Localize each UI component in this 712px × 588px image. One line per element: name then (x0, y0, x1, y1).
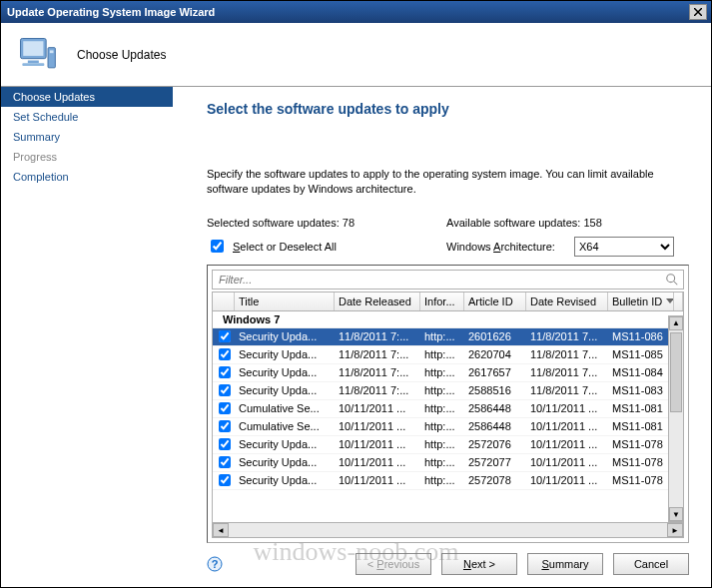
cell-revised: 10/11/2011 ... (526, 420, 608, 432)
cell-bulletin: MS11-083 (608, 384, 674, 396)
help-icon[interactable]: ? (207, 556, 223, 572)
options-row: Select or Deselect All Windows Architect… (207, 237, 689, 257)
filter-input[interactable] (217, 273, 665, 287)
table-row[interactable]: Cumulative Se...10/11/2011 ...http:...25… (213, 400, 683, 418)
cell-date: 10/11/2011 ... (335, 420, 420, 432)
column-checkbox[interactable] (213, 293, 235, 310)
sidebar-step-completion[interactable]: Completion (1, 167, 173, 187)
summary-button[interactable]: Summary (527, 553, 603, 575)
table-row[interactable]: Security Upda...11/8/2011 7:...http:...2… (213, 346, 683, 364)
sidebar-step-choose-updates[interactable]: Choose Updates (1, 87, 173, 107)
cell-title: Security Upda... (235, 456, 335, 468)
scroll-down-icon[interactable]: ▼ (669, 507, 683, 521)
wizard-body: Choose UpdatesSet ScheduleSummaryProgres… (1, 87, 711, 585)
close-icon (694, 8, 702, 16)
previous-button[interactable]: < Previous (356, 553, 431, 575)
wizard-main-panel: Select the software updates to apply Spe… (173, 87, 711, 585)
column-header-title[interactable]: Title (235, 293, 335, 310)
row-checkbox[interactable] (219, 330, 231, 342)
scroll-thumb[interactable] (670, 332, 682, 412)
cell-title: Security Upda... (235, 366, 335, 378)
cell-title: Security Upda... (235, 330, 335, 342)
row-checkbox[interactable] (219, 474, 231, 486)
sidebar-step-summary[interactable]: Summary (1, 127, 173, 147)
cell-revised: 10/11/2011 ... (526, 474, 608, 486)
sidebar-step-set-schedule[interactable]: Set Schedule (1, 107, 173, 127)
available-updates-label: Available software updates: (446, 217, 580, 229)
header-step-title: Choose Updates (77, 48, 166, 62)
row-checkbox[interactable] (219, 384, 231, 396)
table-row[interactable]: Security Upda...11/8/2011 7:...http:...2… (213, 364, 683, 382)
column-header-info[interactable]: Infor... (420, 293, 464, 310)
vertical-scrollbar[interactable]: ▲ ▼ (668, 315, 684, 522)
table-row[interactable]: Security Upda...11/8/2011 7:...http:...2… (213, 382, 683, 400)
svg-rect-3 (22, 63, 44, 66)
cell-date: 10/11/2011 ... (335, 456, 420, 468)
column-header-spacer (674, 293, 683, 310)
table-row[interactable]: Cumulative Se...10/11/2011 ...http:...25… (213, 418, 683, 436)
table-row[interactable]: Security Upda...10/11/2011 ...http:...25… (213, 454, 683, 472)
horizontal-scrollbar[interactable]: ◄ ► (212, 522, 684, 538)
scroll-left-icon[interactable]: ◄ (213, 523, 229, 537)
cell-revised: 11/8/2011 7... (526, 348, 608, 360)
row-checkbox[interactable] (219, 402, 231, 414)
row-checkbox[interactable] (219, 366, 231, 378)
cell-info: http:... (420, 366, 464, 378)
column-header-date[interactable]: Date Released (335, 293, 420, 310)
search-icon (665, 273, 679, 287)
close-button[interactable] (689, 4, 707, 20)
stats-row: Selected software updates: 78 Available … (207, 217, 689, 229)
cell-title: Security Upda... (235, 438, 335, 450)
select-all-checkbox[interactable] (211, 240, 224, 253)
updates-grid: TitleDate ReleasedInfor...Article IDDate… (207, 265, 689, 543)
cell-info: http:... (420, 438, 464, 450)
page-description: Specify the software updates to apply to… (207, 167, 676, 197)
row-checkbox[interactable] (219, 438, 231, 450)
scroll-right-icon[interactable]: ► (667, 523, 683, 537)
cell-bulletin: MS11-081 (608, 402, 674, 414)
cell-article: 2588516 (464, 384, 526, 396)
cell-bulletin: MS11-078 (608, 456, 674, 468)
cell-bulletin: MS11-081 (608, 420, 674, 432)
table-row[interactable]: Security Upda...10/11/2011 ...http:...25… (213, 436, 683, 454)
architecture-label: Windows Architecture: (446, 241, 574, 253)
cell-date: 10/11/2011 ... (335, 438, 420, 450)
cell-article: 2572078 (464, 474, 526, 486)
cell-bulletin: MS11-078 (608, 438, 674, 450)
cell-date: 11/8/2011 7:... (335, 330, 420, 342)
row-checkbox[interactable] (219, 420, 231, 432)
wizard-steps-sidebar: Choose UpdatesSet ScheduleSummaryProgres… (1, 87, 173, 585)
column-header-bulletin[interactable]: Bulletin ID (608, 293, 674, 310)
cancel-button[interactable]: Cancel (613, 553, 689, 575)
row-checkbox[interactable] (219, 456, 231, 468)
column-header-revised[interactable]: Date Revised (526, 293, 608, 310)
cell-date: 10/11/2011 ... (335, 474, 420, 486)
cell-article: 2586448 (464, 420, 526, 432)
cell-date: 11/8/2011 7:... (335, 384, 420, 396)
cell-article: 2586448 (464, 402, 526, 414)
window-title: Update Operating System Image Wizard (5, 6, 689, 18)
svg-point-6 (667, 274, 675, 282)
svg-rect-2 (28, 60, 39, 63)
wizard-header: Choose Updates (1, 23, 711, 87)
cell-revised: 11/8/2011 7... (526, 330, 608, 342)
group-row[interactable]: Windows 7 (213, 311, 683, 328)
cell-title: Cumulative Se... (235, 402, 335, 414)
cell-article: 2572077 (464, 456, 526, 468)
column-header-article[interactable]: Article ID (464, 293, 526, 310)
cell-date: 11/8/2011 7:... (335, 366, 420, 378)
cell-info: http:... (420, 348, 464, 360)
row-checkbox[interactable] (219, 348, 231, 360)
table-row[interactable]: Security Upda...11/8/2011 7:...http:...2… (213, 328, 683, 346)
svg-rect-1 (23, 41, 43, 56)
grid-header: TitleDate ReleasedInfor...Article IDDate… (212, 292, 684, 311)
cell-revised: 10/11/2011 ... (526, 402, 608, 414)
scroll-up-icon[interactable]: ▲ (669, 316, 683, 330)
table-row[interactable]: Security Upda...10/11/2011 ...http:...25… (213, 472, 683, 490)
next-button[interactable]: Next > (441, 553, 517, 575)
title-bar: Update Operating System Image Wizard (1, 1, 711, 23)
cell-bulletin: MS11-084 (608, 366, 674, 378)
cell-revised: 11/8/2011 7... (526, 366, 608, 378)
cell-bulletin: MS11-085 (608, 348, 674, 360)
architecture-select[interactable]: X64X86Both (574, 237, 674, 257)
